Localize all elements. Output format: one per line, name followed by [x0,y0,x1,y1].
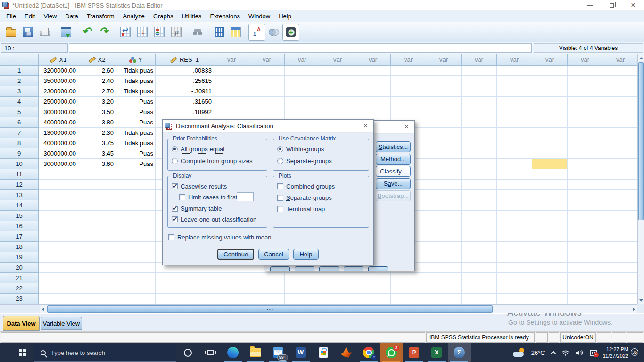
column-header-var[interactable]: var [355,54,391,66]
grid-cell[interactable] [532,190,568,200]
grid-cell[interactable] [214,107,249,117]
menu-transform[interactable]: Transform [83,11,119,21]
checkbox-icon[interactable] [179,194,185,200]
sync-status-icon[interactable]: × [590,350,597,356]
row-header[interactable]: 9 [0,148,39,159]
grid-cell[interactable] [78,242,116,252]
grid-cell[interactable] [462,117,497,128]
limit-cases-input[interactable] [237,192,254,201]
row-header[interactable]: 23 [0,294,39,304]
checkbox-icon[interactable] [277,206,283,212]
grid-cell[interactable] [532,148,568,159]
grid-cell[interactable] [532,252,568,263]
grid-cell[interactable] [39,294,78,304]
grid-cell[interactable] [497,242,532,252]
grid-cell[interactable] [426,97,462,107]
grid-cell[interactable] [426,107,462,117]
grid-cell[interactable] [603,148,637,159]
grid-cell[interactable] [568,66,603,76]
open-data-button[interactable] [2,24,19,41]
wifi-icon[interactable] [561,350,570,356]
row-header[interactable]: 17 [0,231,39,242]
row-header[interactable]: 13 [0,190,39,200]
grid-cell[interactable] [497,117,532,128]
checkbox-icon[interactable] [277,183,283,189]
grid-cell[interactable] [497,148,532,159]
grid-cell[interactable] [568,200,603,211]
grid-cell[interactable] [391,283,426,294]
grid-cell[interactable] [214,283,249,294]
scroll-up-icon[interactable] [639,57,643,59]
grid-cell[interactable]: 2.60 [78,66,116,76]
grid-cell[interactable] [568,76,603,86]
menu-view[interactable]: View [39,11,61,21]
grid-cell[interactable] [532,200,568,211]
grid-cell[interactable] [214,97,249,107]
grid-cell[interactable] [426,200,462,211]
grid-cell[interactable] [285,76,320,86]
taskbar-app-whatsapp[interactable]: 3 [380,343,403,362]
help-button[interactable]: Help [293,249,319,260]
checkbox-icon[interactable] [277,195,283,201]
dialog-close-icon[interactable]: × [363,122,368,130]
grid-cell[interactable] [39,273,78,283]
grid-cell[interactable] [497,200,532,211]
grid-cell[interactable] [603,200,637,211]
grid-cell[interactable] [214,76,249,86]
restore-button[interactable] [601,0,622,10]
grid-cell[interactable] [285,283,320,294]
checkbox-separate-groups-plot[interactable]: Separate-groups [277,194,332,201]
grid-cell[interactable] [497,169,532,180]
grid-cell[interactable] [426,159,462,169]
checkbox-territorial-map[interactable]: Territorial map [277,206,325,213]
grid-cell[interactable] [568,263,603,273]
row-header[interactable]: 15 [0,211,39,221]
grid-cell[interactable] [603,273,637,283]
grid-cell[interactable] [532,169,568,180]
grid-cell[interactable] [39,221,78,231]
grid-cell[interactable]: 3.75 [78,138,116,148]
grid-cell[interactable] [285,66,320,76]
grid-cell[interactable] [116,294,156,304]
menu-utilities[interactable]: Utilities [177,11,206,21]
grid-cell[interactable] [497,231,532,242]
grid-cell[interactable]: Tidak puas [116,138,156,148]
grid-cell[interactable]: 3.50 [78,107,116,117]
grid-cell[interactable] [568,117,603,128]
grid-cell[interactable] [285,86,320,97]
grid-cell[interactable] [391,97,426,107]
grid-cell[interactable] [462,221,497,231]
grid-cell[interactable]: 3000000.00 [39,148,78,159]
column-header-x2[interactable]: X2 [78,54,116,66]
checkbox-summary-table[interactable]: Summary table [172,205,222,212]
grid-cell[interactable] [603,231,637,242]
split-file-button[interactable] [227,24,244,41]
grid-cell[interactable] [249,107,285,117]
vertical-scroll-thumb[interactable] [638,62,644,220]
grid-cell[interactable] [603,159,637,169]
grid-cell[interactable] [497,180,532,190]
taskbar-search[interactable]: Type here to search [34,344,176,362]
grid-cell[interactable] [462,211,497,221]
tray-expand-icon[interactable] [550,351,556,357]
grid-cell[interactable] [426,180,462,190]
checkbox-leave-one-out[interactable]: Leave-one-out classification [172,216,256,223]
taskbar-app-store[interactable] [312,343,335,362]
grid-cell[interactable] [391,86,426,97]
grid-cell[interactable] [426,231,462,242]
print-button[interactable] [36,24,53,41]
column-header-x1[interactable]: X1 [39,54,78,66]
grid-cell[interactable] [39,169,78,180]
grid-cell[interactable] [116,252,156,263]
grid-cell[interactable]: 2500000.00 [39,97,78,107]
grid-cell[interactable] [532,263,568,273]
grid-cell[interactable] [78,180,116,190]
column-header-var[interactable]: var [320,54,355,66]
grid-cell[interactable] [116,211,156,221]
grid-cell[interactable] [462,231,497,242]
grid-cell[interactable] [532,221,568,231]
grid-cell[interactable] [532,128,568,138]
grid-cell[interactable] [497,76,532,86]
grid-cell[interactable] [462,283,497,294]
grid-cell[interactable] [532,107,568,117]
